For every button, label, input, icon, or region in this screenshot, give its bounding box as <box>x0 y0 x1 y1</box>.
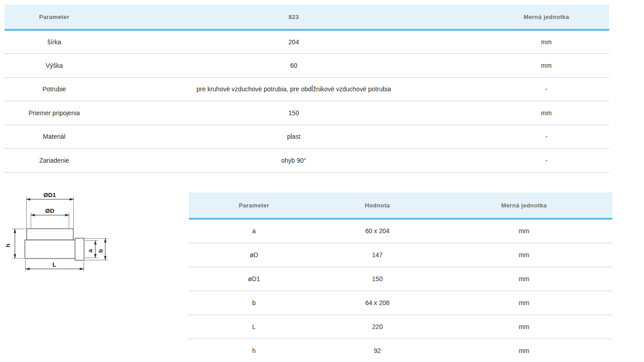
flat-flange-outline <box>75 238 84 260</box>
table-row: šírka 204 mm <box>5 30 609 54</box>
cell-unit: mm <box>436 315 612 338</box>
cell-parameter: Zariadenie <box>5 149 104 173</box>
table-row: a 60 x 204 mm <box>189 219 612 243</box>
dim-label-b: b <box>97 249 104 253</box>
cell-parameter: Výška <box>5 54 104 78</box>
cell-value: 92 <box>319 338 436 362</box>
dim-label-h: h <box>5 244 11 247</box>
cell-unit: mm <box>436 243 612 267</box>
cell-unit: - <box>484 149 609 173</box>
column-header-unit: Merná jednotka <box>484 5 609 30</box>
cell-value: plast <box>104 125 484 149</box>
product-spec-table: Parameter 823 Merná jednotka šírka 204 m… <box>5 5 609 173</box>
dim-label-l: L <box>52 261 56 268</box>
column-header-value: Hodnota <box>319 193 436 219</box>
cell-value: 60 x 204 <box>319 219 436 243</box>
cell-value: ohyb 90° <box>104 149 484 173</box>
technical-drawing: ØD1 ØD h a b L <box>5 184 115 279</box>
cell-parameter: b <box>189 291 319 315</box>
table-row: øD1 150 mm <box>189 267 612 291</box>
cell-parameter: Materiál <box>5 125 104 149</box>
dim-label-d1: ØD1 <box>43 192 56 198</box>
table-row: Potrubie pre kruhové vzduchové potrubia,… <box>5 77 609 101</box>
table-row: b 64 x 208 mm <box>189 291 612 315</box>
column-header-823: 823 <box>104 5 484 30</box>
dim-label-d: ØD <box>45 207 55 214</box>
cell-value: 147 <box>319 243 436 267</box>
cell-parameter: L <box>189 315 319 338</box>
cell-parameter: h <box>189 338 319 362</box>
round-spigot-outline <box>27 229 73 240</box>
cell-parameter: šírka <box>5 30 104 54</box>
cell-value: 204 <box>104 30 484 54</box>
column-header-parameter: Parameter <box>5 5 104 30</box>
elbow-body-outline <box>25 240 81 259</box>
dim-label-a: a <box>87 249 94 253</box>
table-row: øD 147 mm <box>189 243 612 267</box>
elbow-dimension-diagram: ØD1 ØD h a b L <box>5 184 115 279</box>
cell-unit: - <box>484 125 609 149</box>
table-header-row: Parameter 823 Merná jednotka <box>5 5 609 30</box>
cell-unit: - <box>484 77 609 101</box>
cell-parameter: Potrubie <box>5 77 104 101</box>
cell-unit: mm <box>484 30 609 54</box>
cell-parameter: a <box>189 219 319 243</box>
cell-value: 220 <box>319 315 436 338</box>
table-row: Výška 60 mm <box>5 54 609 78</box>
cell-unit: mm <box>436 338 612 362</box>
cell-value: 60 <box>104 54 484 78</box>
table-header-row: Parameter Hodnota Merná jednotka <box>189 193 612 219</box>
table-row: L 220 mm <box>189 315 612 338</box>
cell-unit: mm <box>484 101 609 125</box>
cell-value: 64 x 208 <box>319 291 436 315</box>
table-row: Priemer pripojenia 150 mm <box>5 101 609 125</box>
cell-unit: mm <box>436 267 612 291</box>
cell-parameter: øD <box>189 243 319 267</box>
cell-unit: mm <box>484 54 609 78</box>
column-header-unit: Merná jednotka <box>436 193 612 219</box>
product-dimensions-table: Parameter Hodnota Merná jednotka a 60 x … <box>189 193 612 362</box>
cell-unit: mm <box>436 291 612 315</box>
cell-value: pre kruhové vzduchové potrubia, pre obdĺ… <box>104 77 484 101</box>
cell-value: 150 <box>319 267 436 291</box>
table-row: Materiál plast - <box>5 125 609 149</box>
table-row: Zariadenie ohyb 90° - <box>5 149 609 173</box>
cell-value: 150 <box>104 101 484 125</box>
cell-unit: mm <box>436 219 612 243</box>
cell-parameter: Priemer pripojenia <box>5 101 104 125</box>
table-row: h 92 mm <box>189 338 612 362</box>
cell-parameter: øD1 <box>189 267 319 291</box>
column-header-parameter: Parameter <box>189 193 319 219</box>
